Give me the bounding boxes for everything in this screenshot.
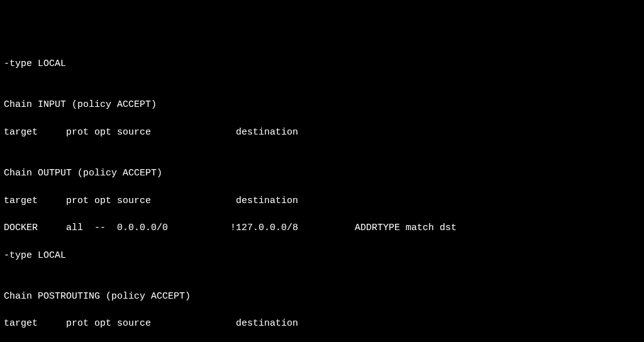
table-header: target prot opt source destination: [4, 194, 640, 208]
chain-postrouting-header: Chain POSTROUTING (policy ACCEPT): [4, 290, 640, 304]
table-header: target prot opt source destination: [4, 317, 640, 331]
rule-row-continuation: -type LOCAL: [4, 249, 640, 263]
chain-output-header: Chain OUTPUT (policy ACCEPT): [4, 167, 640, 180]
chain-input-header: Chain INPUT (policy ACCEPT): [4, 98, 640, 112]
rule-row: DOCKER all -- 0.0.0.0/0 !127.0.0.0/8 ADD…: [4, 221, 640, 235]
terminal-output-line: -type LOCAL: [4, 57, 640, 71]
table-header: target prot opt source destination: [4, 126, 640, 140]
